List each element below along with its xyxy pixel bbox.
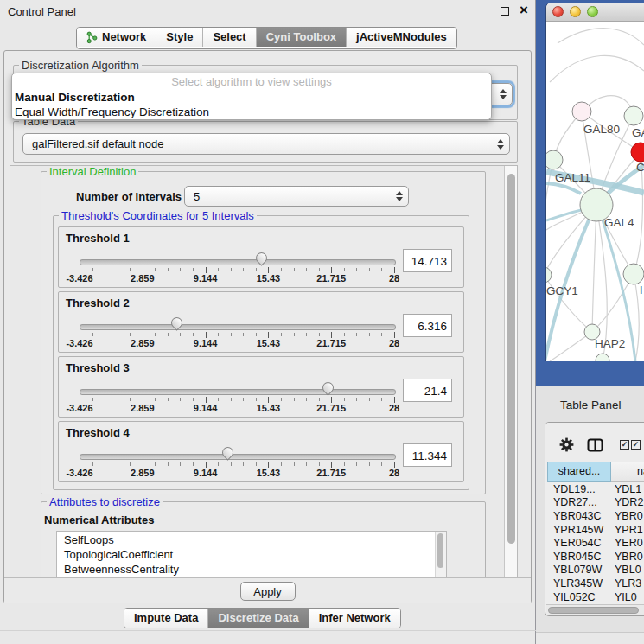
tick-mark: [268, 397, 269, 403]
table-row[interactable]: YIL052CYIL0: [545, 590, 644, 604]
slider-track[interactable]: [80, 324, 396, 330]
cell-name[interactable]: YER0: [611, 537, 644, 549]
tick-mark: [394, 267, 395, 273]
tab-label: jActiveMNodules: [356, 28, 447, 47]
apply-button[interactable]: Apply: [240, 582, 296, 601]
algorithm-dropdown: Select algorithm to view settings Manual…: [11, 73, 492, 120]
network-edge-thick: [546, 183, 581, 194]
algorithm-dropdown-hint[interactable]: Select algorithm to view settings: [12, 73, 491, 90]
cell-shared-name[interactable]: YBL079W: [545, 564, 611, 576]
threshold-value-field[interactable]: 14.713: [403, 249, 452, 272]
network-window[interactable]: GAL80GACGAL11GAL4GCY1HHAP2: [546, 3, 644, 361]
cell-name[interactable]: YBR0: [611, 551, 644, 563]
network-node-gcy1[interactable]: [546, 267, 552, 283]
vertical-scrollbar-thumb[interactable]: [507, 174, 515, 544]
cell-name[interactable]: YBL0: [611, 564, 644, 576]
table-row[interactable]: YBR043CYBR0: [545, 509, 644, 523]
table-row[interactable]: YBL079WYBL0: [545, 564, 644, 577]
cell-name[interactable]: YDL1: [611, 483, 644, 495]
scale-label: -3.426: [66, 403, 92, 413]
close-icon[interactable]: ×: [520, 2, 528, 19]
cell-shared-name[interactable]: YBR045C: [545, 551, 611, 563]
tab-label: Network: [102, 28, 146, 47]
table-hscrollbar-thumb[interactable]: [548, 607, 639, 614]
tick-mark: [243, 398, 244, 401]
table-row[interactable]: YLR345WYLR3: [545, 577, 644, 590]
cell-name[interactable]: YPR1: [611, 524, 644, 536]
cell-name[interactable]: YLR3: [611, 577, 644, 590]
threshold-value-field[interactable]: 11.344: [403, 443, 452, 467]
slider-track[interactable]: [80, 454, 396, 460]
numerical-attributes-list[interactable]: SelfLoopsTopologicalCoefficientBetweenne…: [56, 531, 447, 577]
tab-network[interactable]: Network: [77, 28, 156, 47]
network-window-titlebar[interactable]: [546, 3, 644, 22]
bottom-tab-impute-data[interactable]: Impute Data: [124, 609, 207, 628]
list-item[interactable]: TopologicalCoefficient: [57, 547, 446, 562]
tick-mark: [231, 333, 232, 336]
scale-label: 15.43: [257, 403, 281, 413]
tab-select[interactable]: Select: [202, 28, 255, 47]
vertical-scrollbar[interactable]: [504, 166, 518, 577]
network-node-ga[interactable]: [624, 106, 643, 125]
cell-shared-name[interactable]: YDR27...: [545, 496, 611, 508]
cell-shared-name[interactable]: YBR043C: [545, 510, 611, 522]
checkbox-icon[interactable]: ✓: [620, 440, 629, 450]
scale-label: 15.43: [257, 468, 281, 478]
close-traffic-light-icon[interactable]: [552, 6, 564, 17]
threshold-label: Threshold 4: [66, 426, 130, 439]
tick-mark: [155, 268, 156, 271]
algorithm-option-manual-discretization[interactable]: Manual Discretization: [12, 90, 491, 105]
slider-scale-labels: -3.4262.8599.14415.4321.71528: [80, 403, 396, 413]
minimize-traffic-light-icon[interactable]: [570, 6, 581, 17]
list-scrollbar-thumb[interactable]: [437, 533, 443, 568]
tab-style[interactable]: Style: [156, 28, 202, 47]
scale-label: -3.426: [66, 338, 92, 348]
slider-track[interactable]: [80, 259, 396, 265]
cell-shared-name[interactable]: YIL052C: [545, 591, 611, 603]
float-icon[interactable]: [501, 7, 509, 16]
network-canvas[interactable]: GAL80GACGAL11GAL4GCY1HHAP2: [546, 22, 644, 361]
table-row[interactable]: YDL19...YDL1: [545, 482, 644, 496]
cell-shared-name[interactable]: YPR145W: [545, 524, 611, 536]
cell-shared-name[interactable]: YLR345W: [545, 577, 611, 590]
cell-shared-name[interactable]: YDL19...: [545, 483, 611, 495]
threshold-value-field[interactable]: 6.316: [403, 314, 452, 337]
tab-cyni-toolbox[interactable]: Cyni Toolbox: [256, 28, 346, 47]
table-row[interactable]: YBR045CYBR0: [545, 550, 644, 564]
threshold-value-field[interactable]: 21.4: [403, 379, 452, 402]
column-header-name[interactable]: na: [611, 462, 644, 482]
tick-mark: [80, 332, 80, 338]
tab-jactivemnodules[interactable]: jActiveMNodules: [346, 28, 456, 47]
tick-mark: [281, 268, 282, 271]
checkbox-icon[interactable]: ✓: [631, 440, 641, 450]
table-panel: ✓ ✓ shared... na YDL19...YDL1YDR27...YDR…: [545, 422, 644, 616]
table-hscrollbar[interactable]: [546, 604, 644, 616]
list-item[interactable]: SelfLoops: [57, 532, 446, 547]
table-row[interactable]: YER054CYER0: [545, 536, 644, 550]
cell-name[interactable]: YBR0: [611, 510, 644, 522]
cell-name[interactable]: YDR2: [611, 496, 644, 508]
slider-track[interactable]: [80, 389, 396, 395]
num-intervals-select[interactable]: 5: [184, 186, 409, 207]
list-scrollbar[interactable]: [435, 532, 446, 577]
algorithm-option-equal-width-frequency[interactable]: Equal Width/Frequency Discretization: [12, 105, 491, 119]
column-header-shared-name[interactable]: shared...: [547, 462, 611, 482]
table-row[interactable]: YDR27...YDR2: [545, 496, 644, 510]
network-node-gal11[interactable]: [546, 150, 563, 169]
threshold-list: Threshold 1-3.4262.8599.14415.4321.71528…: [58, 226, 464, 482]
cell-name[interactable]: YIL0: [611, 591, 644, 603]
bottom-tab-infer-network[interactable]: Infer Network: [309, 609, 400, 628]
network-node-c[interactable]: [631, 143, 644, 162]
table-row[interactable]: YPR145WYPR1: [545, 523, 644, 537]
table-toolbar: ✓ ✓: [545, 423, 644, 462]
network-node[interactable]: [596, 354, 609, 361]
list-item[interactable]: BetweennessCentrality: [57, 562, 446, 577]
table-data-select[interactable]: galFiltered.sif default node: [22, 133, 510, 155]
network-node-gal80[interactable]: [572, 102, 591, 121]
column-layout-icon[interactable]: [587, 438, 603, 452]
bottom-tab-discretize-data[interactable]: Discretize Data: [207, 609, 308, 628]
zoom-traffic-light-icon[interactable]: [587, 6, 598, 17]
cell-shared-name[interactable]: YER054C: [545, 537, 611, 549]
network-node-h[interactable]: [623, 264, 644, 284]
gear-icon[interactable]: [559, 437, 574, 452]
